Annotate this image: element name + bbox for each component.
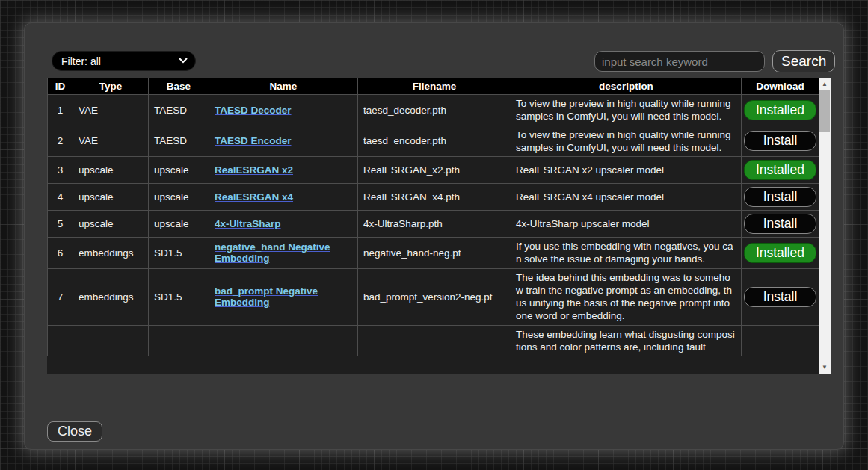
cell-base: SD1.5 xyxy=(149,268,209,325)
model-table-viewport: ID Type Base Name Filename description D… xyxy=(47,78,831,374)
cell-description: 4x-UltraSharp upscaler model xyxy=(511,211,742,238)
cell-id: 7 xyxy=(48,268,73,325)
cell-base: TAESD xyxy=(149,95,209,126)
cell-filename: RealESRGAN_x4.pth xyxy=(358,184,511,211)
cell-name: 4x-UltraSharp xyxy=(209,211,358,238)
cell-description: To view the preview in high quality whil… xyxy=(511,95,742,126)
model-name-link[interactable]: 4x-UltraSharp xyxy=(215,218,281,229)
cell-download: Install xyxy=(742,184,819,211)
cell-name: RealESRGAN x4 xyxy=(209,184,358,211)
search-button[interactable]: Search xyxy=(772,50,835,72)
cell-download: Installed xyxy=(742,95,819,126)
cell-download: Installed xyxy=(742,157,819,184)
installed-button[interactable]: Installed xyxy=(744,100,816,120)
cell-type: upscale xyxy=(73,211,149,238)
filter-dropdown-wrap: Filter: all xyxy=(52,51,196,71)
table-row: 1VAETAESDTAESD Decodertaesd_decoder.pthT… xyxy=(48,95,819,126)
cell-filename xyxy=(358,325,511,356)
cell-id: 2 xyxy=(48,126,73,157)
cell-base: upscale xyxy=(149,184,209,211)
cell-name: TAESD Encoder xyxy=(209,126,358,157)
model-name-link[interactable]: TAESD Decoder xyxy=(215,105,292,116)
model-name-link[interactable]: RealESRGAN x2 xyxy=(215,164,293,176)
cell-base: upscale xyxy=(149,211,209,238)
installed-button[interactable]: Installed xyxy=(744,160,816,180)
cell-base: SD1.5 xyxy=(149,238,209,269)
cell-name: TAESD Decoder xyxy=(209,95,358,126)
cell-download: Install xyxy=(742,211,819,238)
cell-filename: taesd_encoder.pth xyxy=(358,126,511,157)
cell-description: RealESRGAN x4 upscaler model xyxy=(511,184,742,211)
cell-type: upscale xyxy=(73,157,149,184)
cell-id xyxy=(48,325,73,356)
cell-name: bad_prompt Negative Embedding xyxy=(209,268,358,325)
scrollbar-thumb[interactable] xyxy=(819,90,830,132)
cell-type: embeddings xyxy=(73,238,149,269)
table-row: 7embeddingsSD1.5bad_prompt Negative Embe… xyxy=(48,268,819,325)
model-table: ID Type Base Name Filename description D… xyxy=(47,78,819,356)
table-row: 4upscaleupscaleRealESRGAN x4RealESRGAN_x… xyxy=(48,184,819,211)
cell-download xyxy=(742,325,819,356)
cell-filename: bad_prompt_version2-neg.pt xyxy=(358,268,511,325)
cell-download: Install xyxy=(742,268,819,325)
model-name-link[interactable]: negative_hand Negative Embedding xyxy=(215,241,330,264)
cell-base xyxy=(149,325,209,356)
column-header-name: Name xyxy=(209,78,358,95)
model-name-link[interactable]: RealESRGAN x4 xyxy=(215,191,293,202)
install-models-dialog: Filter: all Search ID Type Base Name Fil… xyxy=(24,22,844,450)
table-header-row: ID Type Base Name Filename description D… xyxy=(48,78,819,95)
table-scrollbar[interactable]: ▲ ▼ xyxy=(819,78,831,374)
column-header-base: Base xyxy=(149,78,209,95)
column-header-filename: Filename xyxy=(358,78,511,95)
cell-description: These embedding learn what disgusting co… xyxy=(511,325,742,356)
filter-dropdown[interactable]: Filter: all xyxy=(52,51,196,71)
cell-description: The idea behind this embedding was to so… xyxy=(511,268,742,325)
cell-filename: 4x-UltraSharp.pth xyxy=(358,211,511,238)
cell-id: 6 xyxy=(48,238,73,269)
cell-filename: RealESRGAN_x2.pth xyxy=(358,157,511,184)
install-button[interactable]: Install xyxy=(744,131,816,151)
column-header-download: Download xyxy=(742,78,819,95)
cell-id: 1 xyxy=(48,95,73,126)
cell-base: upscale xyxy=(149,157,209,184)
model-table-body: 1VAETAESDTAESD Decodertaesd_decoder.pthT… xyxy=(48,95,819,356)
install-button[interactable]: Install xyxy=(744,214,816,234)
cell-description: If you use this embedding with negatives… xyxy=(511,238,742,269)
column-header-id: ID xyxy=(48,78,73,95)
cell-id: 4 xyxy=(48,184,73,211)
cell-filename: taesd_decoder.pth xyxy=(358,95,511,126)
table-row: 3upscaleupscaleRealESRGAN x2RealESRGAN_x… xyxy=(48,157,819,184)
column-header-type: Type xyxy=(73,78,149,95)
cell-type xyxy=(73,325,149,356)
scroll-up-icon[interactable]: ▲ xyxy=(819,78,831,90)
cell-id: 5 xyxy=(48,211,73,238)
table-row: These embedding learn what disgusting co… xyxy=(48,325,819,356)
column-header-description: description xyxy=(511,78,742,95)
cell-type: embeddings xyxy=(73,268,149,325)
model-name-link[interactable]: bad_prompt Negative Embedding xyxy=(215,285,318,308)
table-row: 6embeddingsSD1.5negative_hand Negative E… xyxy=(48,238,819,269)
cell-description: To view the preview in high quality whil… xyxy=(511,126,742,157)
cell-name: negative_hand Negative Embedding xyxy=(209,238,358,269)
cell-filename: negative_hand-neg.pt xyxy=(358,238,511,269)
cell-type: VAE xyxy=(73,126,149,157)
cell-download: Install xyxy=(742,126,819,157)
close-button[interactable]: Close xyxy=(47,421,102,442)
table-row: 2VAETAESDTAESD Encodertaesd_encoder.pthT… xyxy=(48,126,819,157)
cell-name: RealESRGAN x2 xyxy=(209,157,358,184)
table-row: 5upscaleupscale4x-UltraSharp4x-UltraShar… xyxy=(48,211,819,238)
scroll-down-icon[interactable]: ▼ xyxy=(819,362,831,374)
install-button[interactable]: Install xyxy=(744,187,816,207)
cell-base: TAESD xyxy=(149,126,209,157)
search-input[interactable] xyxy=(594,51,765,72)
model-name-link[interactable]: TAESD Encoder xyxy=(215,135,292,146)
installed-button[interactable]: Installed xyxy=(744,243,816,263)
cell-type: upscale xyxy=(73,184,149,211)
cell-id: 3 xyxy=(48,157,73,184)
cell-name xyxy=(209,325,358,356)
cell-type: VAE xyxy=(73,95,149,126)
cell-description: RealESRGAN x2 upscaler model xyxy=(511,157,742,184)
cell-download: Installed xyxy=(742,238,819,269)
install-button[interactable]: Install xyxy=(744,287,816,307)
